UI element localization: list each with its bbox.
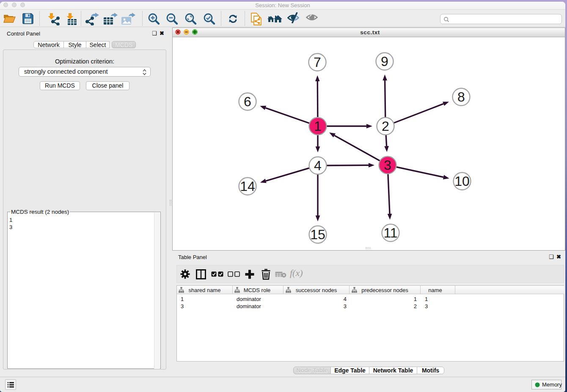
svg-text:15: 15 — [310, 227, 325, 242]
svg-text:10: 10 — [454, 174, 470, 189]
svg-text:11: 11 — [383, 225, 397, 240]
svg-text:14: 14 — [240, 179, 255, 194]
svg-text:7: 7 — [314, 55, 321, 70]
svg-text:1: 1 — [314, 119, 322, 134]
svg-text:6: 6 — [244, 94, 251, 109]
svg-text:3: 3 — [384, 157, 391, 173]
svg-text:2: 2 — [382, 119, 389, 134]
svg-text:8: 8 — [457, 89, 465, 105]
svg-text:4: 4 — [314, 158, 322, 173]
svg-text:9: 9 — [381, 54, 388, 69]
